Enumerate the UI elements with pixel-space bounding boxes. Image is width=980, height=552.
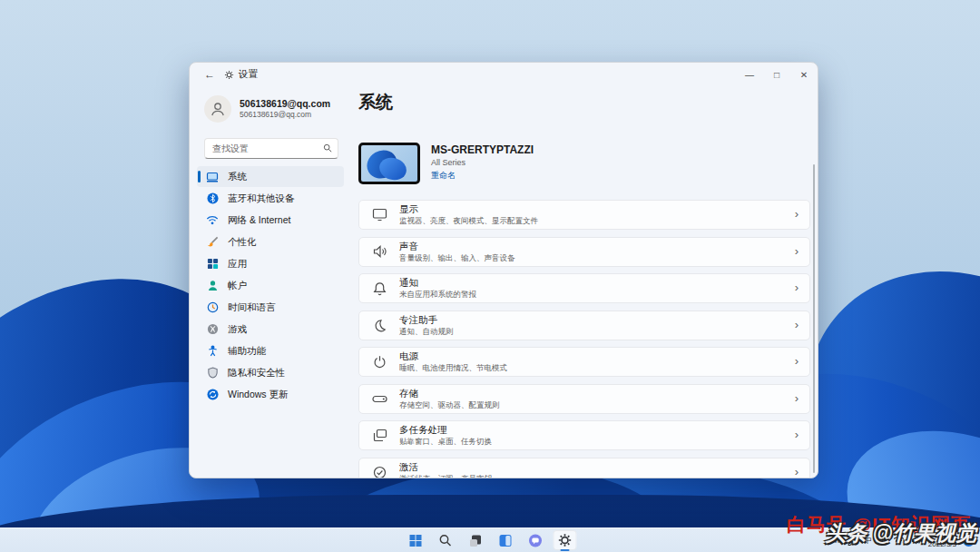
task-view-button[interactable]: [464, 530, 487, 550]
settings-taskbar-button[interactable]: [554, 530, 577, 550]
page-title: 系统: [358, 91, 393, 114]
sidebar-item-network[interactable]: 网络 & Internet: [197, 210, 344, 231]
sidebar: 506138619@qq.com 506138619@qq.com 系统 蓝牙和…: [190, 86, 351, 478]
sidebar-item-label: 系统: [228, 171, 247, 183]
row-subtitle: 存储空间、驱动器、配置规则: [399, 400, 500, 410]
row-subtitle: 音量级别、输出、输入、声音设备: [399, 253, 515, 263]
chevron-right-icon: ›: [795, 391, 799, 407]
sidebar-item-label: 帐户: [228, 280, 247, 292]
row-title: 存储: [399, 388, 500, 400]
sidebar-item-label: 网络 & Internet: [228, 214, 290, 227]
close-button[interactable]: ✕: [790, 63, 818, 86]
desktop: ← 设置 — □ ✕ 506138619@qq.com 506138619@qq…: [0, 0, 980, 552]
sidebar-item-system[interactable]: 系统: [197, 166, 344, 187]
sidebar-item-apps[interactable]: 应用: [197, 253, 344, 274]
device-thumbnail: [358, 143, 420, 184]
row-power[interactable]: 电源 睡眠、电池使用情况、节电模式 ›: [358, 347, 810, 377]
bluetooth-icon: [206, 192, 219, 205]
chevron-right-icon: ›: [795, 465, 799, 478]
task-view-icon: [468, 534, 482, 547]
row-multitasking[interactable]: 多任务处理 贴靠窗口、桌面、任务切换 ›: [358, 420, 810, 450]
row-notifications[interactable]: 通知 来自应用和系统的警报 ›: [358, 273, 810, 303]
sidebar-item-windows-update[interactable]: Windows 更新: [197, 384, 344, 405]
sidebar-item-time-language[interactable]: 时间和语言: [197, 297, 344, 318]
row-subtitle: 睡眠、电池使用情况、节电模式: [399, 363, 507, 373]
sidebar-item-accessibility[interactable]: 辅助功能: [197, 340, 344, 361]
chevron-right-icon: ›: [795, 281, 799, 296]
row-title: 专注助手: [399, 314, 454, 327]
widgets-icon: [498, 534, 512, 547]
row-activation[interactable]: 激活 激活状态、订阅、产品密钥 ›: [358, 458, 810, 478]
sidebar-item-bluetooth[interactable]: 蓝牙和其他设备: [197, 188, 344, 209]
settings-window: ← 设置 — □ ✕ 506138619@qq.com 506138619@qq…: [189, 62, 818, 478]
rename-link[interactable]: 重命名: [431, 170, 534, 182]
search-box: [204, 138, 338, 159]
chat-bubble-icon: [528, 534, 542, 547]
watermark-white: 头条 @竹果视觉: [825, 519, 976, 547]
sidebar-item-personalization[interactable]: 个性化: [197, 232, 344, 252]
xbox-icon: [206, 323, 219, 336]
row-subtitle: 通知、自动规则: [399, 327, 454, 337]
shield-icon: [206, 367, 219, 380]
bell-icon: [372, 281, 387, 296]
account-email: 506138619@qq.com: [240, 110, 330, 120]
power-icon: [372, 354, 387, 370]
sidebar-nav: 系统 蓝牙和其他设备 网络 & Internet 个性化 应用: [190, 166, 351, 405]
brush-icon: [206, 236, 219, 249]
sidebar-item-label: Windows 更新: [228, 389, 289, 401]
row-title: 多任务处理: [399, 424, 492, 437]
sidebar-item-label: 应用: [228, 258, 247, 271]
account-header[interactable]: 506138619@qq.com 506138619@qq.com: [190, 86, 351, 130]
system-icon: [206, 171, 219, 183]
moon-icon: [372, 318, 387, 333]
clock-icon: [206, 301, 219, 314]
start-button[interactable]: [404, 530, 427, 550]
wifi-icon: [206, 214, 219, 227]
avatar: [204, 95, 231, 123]
titlebar: ← 设置 — □ ✕: [190, 63, 818, 86]
scrollbar[interactable]: [813, 164, 815, 473]
sidebar-item-label: 蓝牙和其他设备: [228, 192, 295, 205]
row-title: 激活: [399, 461, 492, 474]
sidebar-item-label: 隐私和安全性: [228, 367, 285, 380]
row-title: 显示: [399, 203, 538, 216]
row-display[interactable]: 显示 监视器、亮度、夜间模式、显示配置文件 ›: [358, 200, 810, 230]
row-subtitle: 激活状态、订阅、产品密钥: [399, 474, 492, 478]
device-header: MS-GRERTYPTAZZI All Series 重命名: [358, 143, 534, 184]
sidebar-item-label: 游戏: [228, 323, 247, 336]
row-sound[interactable]: 声音 音量级别、输出、输入、声音设备 ›: [358, 237, 810, 267]
sidebar-item-label: 时间和语言: [228, 301, 276, 314]
row-title: 电源: [399, 350, 507, 363]
device-model: All Series: [431, 158, 534, 167]
sidebar-item-privacy[interactable]: 隐私和安全性: [197, 362, 344, 383]
taskbar-center: [404, 528, 577, 552]
display-icon: [372, 207, 387, 222]
search-taskbar-button[interactable]: [434, 530, 457, 550]
minimize-button[interactable]: —: [736, 63, 763, 86]
back-icon[interactable]: ←: [202, 68, 217, 81]
sidebar-item-label: 辅助功能: [228, 345, 266, 358]
row-focus-assist[interactable]: 专注助手 通知、自动规则 ›: [358, 310, 810, 340]
settings-rows: 显示 监视器、亮度、夜间模式、显示配置文件 › 声音 音量级别、输出、输入、声音…: [358, 200, 810, 478]
window-title: 设置: [239, 68, 258, 81]
settings-gear-icon: [558, 533, 573, 547]
maximize-button[interactable]: □: [763, 63, 790, 86]
row-title: 声音: [399, 241, 515, 253]
chevron-right-icon: ›: [795, 318, 799, 333]
chevron-right-icon: ›: [795, 207, 799, 222]
chat-button[interactable]: [524, 530, 547, 550]
storage-icon: [372, 391, 387, 407]
main-content: 系统 MS-GRERTYPTAZZI All Series 重命名 Window…: [351, 86, 818, 478]
search-icon: [439, 534, 452, 547]
search-icon: [323, 143, 332, 153]
row-storage[interactable]: 存储 存储空间、驱动器、配置规则 ›: [358, 384, 810, 414]
windows-update-icon: [206, 389, 219, 401]
chevron-right-icon: ›: [795, 244, 799, 260]
window-controls: — □ ✕: [736, 63, 818, 86]
search-input[interactable]: [204, 138, 338, 159]
widgets-button[interactable]: [494, 530, 517, 550]
sidebar-item-gaming[interactable]: 游戏: [197, 319, 344, 340]
device-name: MS-GRERTYPTAZZI: [431, 143, 534, 156]
account-name: 506138619@qq.com: [240, 98, 330, 110]
sidebar-item-accounts[interactable]: 帐户: [197, 275, 344, 296]
